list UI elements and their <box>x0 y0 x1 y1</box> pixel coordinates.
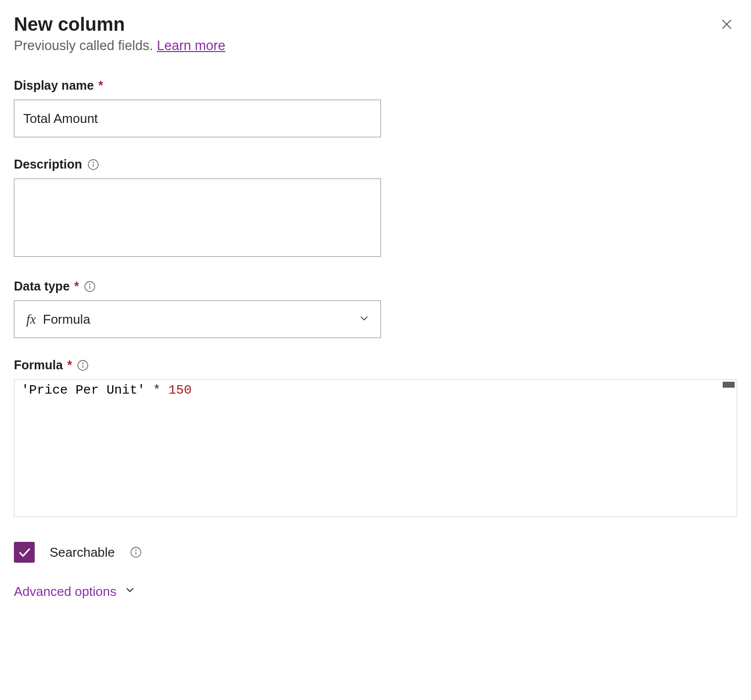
field-data-type: Data type * fx Formula <box>14 279 737 338</box>
searchable-label: Searchable <box>50 545 115 560</box>
formula-token-string: 'Price Per Unit' <box>21 383 145 398</box>
formula-editor[interactable]: 'Price Per Unit' * 150 <box>14 379 737 517</box>
searchable-checkbox[interactable] <box>14 542 35 563</box>
formula-icon: fx <box>26 312 36 327</box>
info-icon[interactable] <box>84 281 96 292</box>
display-name-label: Display name * <box>14 78 737 93</box>
close-button[interactable] <box>716 14 737 35</box>
display-name-input[interactable] <box>14 100 381 137</box>
scrollbar-hint <box>723 382 735 388</box>
info-icon[interactable] <box>87 159 99 171</box>
data-type-select[interactable]: fx Formula <box>14 300 381 338</box>
svg-point-4 <box>93 162 93 162</box>
close-icon <box>719 17 734 32</box>
info-icon[interactable] <box>130 546 142 558</box>
formula-label: Formula * <box>14 358 737 372</box>
required-indicator: * <box>67 358 72 372</box>
panel-title: New column <box>14 14 125 35</box>
svg-point-13 <box>135 550 136 550</box>
advanced-options-label: Advanced options <box>14 584 117 599</box>
formula-token-operator: * <box>153 383 161 398</box>
field-display-name: Display name * <box>14 78 737 137</box>
required-indicator: * <box>98 78 103 92</box>
formula-token-number: 150 <box>168 383 191 398</box>
chevron-down-icon <box>124 583 136 600</box>
svg-point-10 <box>83 362 83 363</box>
description-label: Description <box>14 157 737 172</box>
panel-subtitle: Previously called fields. Learn more <box>14 38 737 54</box>
data-type-label: Data type * <box>14 279 737 293</box>
chevron-down-icon <box>358 312 371 327</box>
svg-point-7 <box>90 284 90 284</box>
data-type-selected-text: Formula <box>43 312 90 327</box>
checkmark-icon <box>17 545 32 560</box>
required-indicator: * <box>74 279 79 293</box>
searchable-row: Searchable <box>14 542 737 563</box>
learn-more-link[interactable]: Learn more <box>157 38 225 53</box>
advanced-options-toggle[interactable]: Advanced options <box>14 583 737 600</box>
field-description: Description <box>14 157 737 259</box>
info-icon[interactable] <box>77 359 89 371</box>
description-input[interactable] <box>14 178 381 257</box>
field-formula: Formula * 'Price Per Unit' * 150 <box>14 358 737 517</box>
